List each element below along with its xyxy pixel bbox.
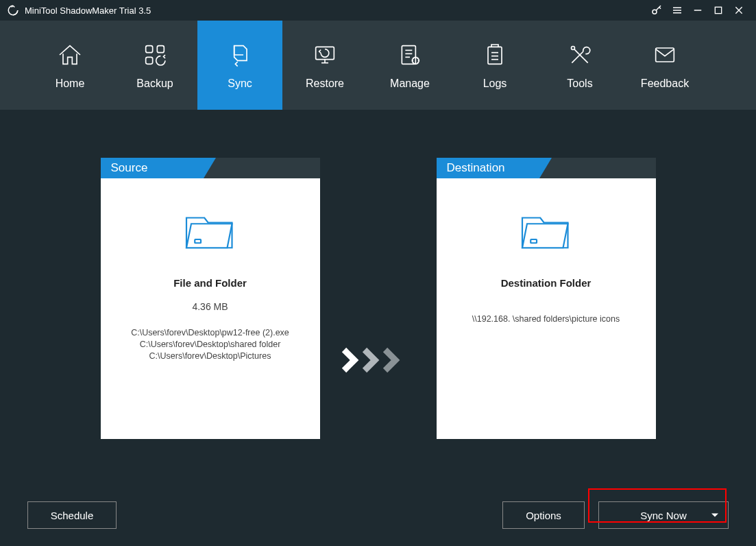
nav-label: Restore — [306, 78, 344, 90]
logs-icon — [481, 40, 509, 69]
backup-icon — [141, 40, 169, 69]
nav-label: Sync — [228, 78, 252, 90]
feedback-icon — [651, 40, 679, 69]
minimize-icon[interactable] — [687, 0, 708, 21]
restore-icon — [311, 40, 339, 69]
svg-rect-14 — [402, 46, 415, 64]
options-label: Options — [526, 510, 561, 521]
nav-backup[interactable]: Backup — [112, 21, 197, 110]
folder-icon — [515, 206, 577, 257]
app-logo-icon — [7, 4, 19, 16]
footer: Schedule Options Sync Now — [0, 484, 756, 546]
sync-arrows-icon — [341, 346, 416, 374]
key-icon[interactable] — [646, 0, 667, 21]
nav-label: Home — [56, 78, 85, 90]
home-icon — [56, 40, 84, 69]
chevron-down-icon — [711, 514, 718, 517]
destination-panel-header: Destination — [437, 158, 656, 178]
svg-rect-24 — [656, 48, 674, 62]
manage-icon — [396, 40, 424, 69]
main-area: Source File and Folder 4.36 MB C:\Users\… — [0, 110, 756, 484]
app-title: MiniTool ShadowMaker Trial 3.5 — [25, 5, 151, 16]
schedule-button[interactable]: Schedule — [27, 501, 117, 529]
nav-label: Manage — [390, 78, 430, 90]
destination-title: Destination Folder — [501, 277, 592, 289]
source-title: File and Folder — [173, 277, 247, 289]
source-path: C:\Users\forev\Desktop\Pictures — [131, 351, 289, 362]
source-header-label: Source — [101, 158, 204, 178]
destination-panel[interactable]: Destination Destination Folder \\192.168… — [437, 158, 656, 439]
svg-rect-10 — [146, 57, 153, 64]
tools-icon — [566, 40, 594, 69]
nav-label: Tools — [567, 78, 592, 90]
source-paths: C:\Users\forev\Desktop\pw12-free (2).exe… — [131, 327, 289, 362]
destination-header-label: Destination — [437, 158, 539, 178]
schedule-label: Schedule — [51, 510, 94, 521]
nav-label: Feedback — [641, 78, 689, 90]
menu-icon[interactable] — [667, 0, 687, 21]
sync-now-label: Sync Now — [640, 510, 687, 521]
close-icon[interactable] — [729, 0, 749, 21]
svg-rect-8 — [146, 46, 153, 53]
titlebar: MiniTool ShadowMaker Trial 3.5 — [0, 0, 756, 21]
destination-path: \\192.168. \shared folders\picture icons — [472, 313, 620, 325]
source-panel[interactable]: Source File and Folder 4.36 MB C:\Users\… — [101, 158, 320, 439]
sync-now-button[interactable]: Sync Now — [598, 501, 729, 529]
svg-rect-9 — [157, 46, 164, 53]
svg-point-0 — [653, 10, 657, 14]
nav-home[interactable]: Home — [27, 21, 112, 110]
nav-restore[interactable]: Restore — [282, 21, 367, 110]
nav-label: Backup — [136, 78, 173, 90]
folder-icon — [180, 206, 241, 257]
nav-manage[interactable]: Manage — [367, 21, 452, 110]
source-size: 4.36 MB — [192, 301, 228, 312]
maximize-icon[interactable] — [708, 0, 729, 21]
svg-rect-19 — [488, 47, 502, 64]
source-path: C:\Users\forev\Desktop\pw12-free (2).exe — [131, 327, 289, 339]
source-panel-header: Source — [101, 158, 320, 178]
nav-logs[interactable]: Logs — [452, 21, 537, 110]
svg-rect-5 — [715, 7, 721, 13]
main-nav: Home Backup Sync Restor — [0, 21, 756, 110]
options-button[interactable]: Options — [502, 501, 585, 529]
nav-tools[interactable]: Tools — [537, 21, 622, 110]
source-path: C:\Users\forev\Desktop\shared folder — [131, 339, 289, 351]
nav-sync[interactable]: Sync — [197, 21, 282, 110]
sync-icon — [226, 40, 254, 69]
nav-feedback[interactable]: Feedback — [622, 21, 707, 110]
nav-label: Logs — [483, 78, 507, 90]
